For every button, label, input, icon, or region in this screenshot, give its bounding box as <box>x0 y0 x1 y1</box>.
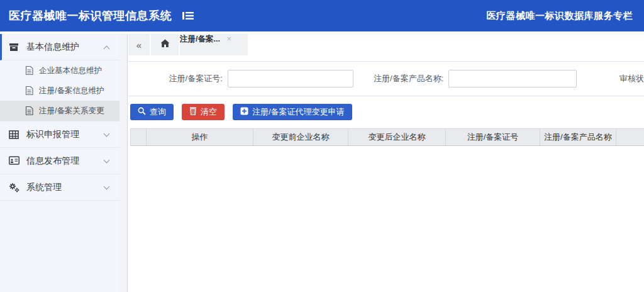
sidebar-submenu-basic-info: 企业基本信息维护 注册/备案信息维护 <box>0 60 119 121</box>
search-icon <box>138 107 150 117</box>
table-header-company-after[interactable]: 变更后企业名称 <box>348 129 446 145</box>
sidebar-gutter <box>119 34 128 292</box>
clear-button-label: 清空 <box>201 106 217 118</box>
query-button[interactable]: 查询 <box>130 104 174 120</box>
table-body-empty <box>130 146 644 272</box>
table-header-company-before[interactable]: 变更前企业名称 <box>253 129 348 145</box>
sidebar-section-system-management[interactable]: 系统管理 <box>0 174 119 201</box>
table-header-product-name[interactable]: 注册/备案产品名称 <box>540 129 616 145</box>
sidebar-item-label: 企业基本信息维护 <box>39 65 102 76</box>
cert-no-label: 注册/备案证号: <box>128 73 223 84</box>
chevron-down-icon <box>104 185 109 190</box>
sidebar-section-info-publish[interactable]: 信息发布管理 <box>0 148 119 174</box>
archive-icon <box>9 42 19 52</box>
main-content: « 注册/备案... × 注册/备案证号: 注册/备案产品名称: 审核状 <box>128 34 644 292</box>
home-tab-button[interactable] <box>151 34 180 55</box>
tab-bar: « 注册/备案... × <box>128 34 644 55</box>
toolbar: 查询 清空 注册/备案证代理变更申请 <box>128 104 644 120</box>
id-card-icon <box>9 156 19 166</box>
table-header-actions[interactable]: 操作 <box>147 129 253 145</box>
sidebar-section-identifier-declaration[interactable]: 标识申报管理 <box>0 121 119 148</box>
results-table: 操作 变更前企业名称 变更后企业名称 注册/备案证号 注册/备案产品名称 <box>130 128 644 272</box>
clear-button[interactable]: 清空 <box>182 104 225 120</box>
plus-square-icon <box>240 107 252 117</box>
table-icon <box>9 130 19 140</box>
tabs-collapse-button[interactable]: « <box>128 34 151 55</box>
apply-button-label: 注册/备案证代理变更申请 <box>252 106 345 118</box>
sidebar-item-company-info[interactable]: 企业基本信息维护 <box>0 60 119 81</box>
table-header-row: 操作 变更前企业名称 变更后企业名称 注册/备案证号 注册/备案产品名称 <box>130 128 644 146</box>
product-name-label: 注册/备案产品名称: <box>353 73 444 84</box>
collapse-chevrons: « <box>136 40 142 50</box>
table-header-cert-no[interactable]: 注册/备案证号 <box>446 129 540 145</box>
chevron-down-icon <box>104 159 109 164</box>
sidebar-item-registration-info[interactable]: 注册/备案信息维护 <box>0 81 119 101</box>
file-icon <box>25 106 33 115</box>
sidebar-item-label: 注册/备案信息维护 <box>39 86 104 96</box>
sidebar-section-label: 系统管理 <box>26 182 62 193</box>
trash-icon <box>189 107 201 117</box>
app-header: 医疗器械唯一标识管理信息系统 医疗器械唯一标识数据库服务专栏 <box>0 0 644 31</box>
audit-status-label: 审核状 <box>619 73 644 84</box>
sidebar-item-registration-relation-change[interactable]: 注册/备案关系变更 <box>0 101 119 121</box>
chevron-up-icon <box>104 45 109 50</box>
home-icon <box>160 39 170 50</box>
table-header-cut-off <box>616 129 644 145</box>
cert-no-input[interactable] <box>228 70 353 87</box>
agent-change-apply-button[interactable]: 注册/备案证代理变更申请 <box>233 104 352 120</box>
sidebar: 基本信息维护 企业基本信息维护 <box>0 34 119 292</box>
sidebar-section-basic-info[interactable]: 基本信息维护 <box>0 34 119 60</box>
query-button-label: 查询 <box>150 106 166 118</box>
file-icon <box>25 66 33 75</box>
app-title: 医疗器械唯一标识管理信息系统 <box>9 8 172 23</box>
sidebar-section-label: 信息发布管理 <box>26 155 79 167</box>
product-name-input[interactable] <box>448 70 577 87</box>
sidebar-section-label: 基本信息维护 <box>26 42 79 53</box>
chevron-down-icon <box>104 132 109 137</box>
tab-close-icon[interactable]: × <box>226 34 231 43</box>
sidebar-toggle-icon[interactable] <box>182 11 194 21</box>
tab-label: 注册/备案... <box>180 35 220 43</box>
cogs-icon <box>9 182 19 193</box>
sidebar-item-label: 注册/备案关系变更 <box>39 106 104 116</box>
table-header-select <box>131 129 147 145</box>
filter-panel: 注册/备案证号: 注册/备案产品名称: 审核状 <box>128 61 644 96</box>
portal-link[interactable]: 医疗器械唯一标识数据库服务专栏 <box>487 0 633 31</box>
file-icon <box>25 86 33 95</box>
tab-registration-relation-change[interactable]: 注册/备案... × <box>180 34 248 55</box>
sidebar-section-label: 标识申报管理 <box>26 129 79 140</box>
